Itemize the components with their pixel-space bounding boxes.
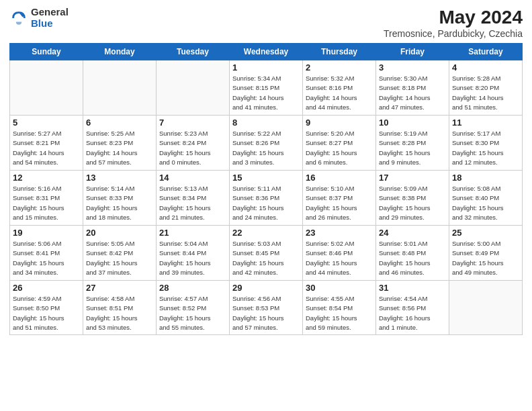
col-saturday: Saturday [449,44,523,60]
table-row: 23Sunrise: 5:02 AMSunset: 8:46 PMDayligh… [303,226,376,281]
table-row: 2Sunrise: 5:32 AMSunset: 8:16 PMDaylight… [303,60,376,116]
table-row: 9Sunrise: 5:20 AMSunset: 8:27 PMDaylight… [303,116,376,171]
logo-icon [9,9,28,28]
day-number: 6 [86,118,153,128]
table-row: 20Sunrise: 5:05 AMSunset: 8:42 PMDayligh… [83,226,157,281]
day-info: Sunrise: 5:04 AMSunset: 8:44 PMDaylight:… [159,239,226,277]
col-sunday: Sunday [10,44,83,60]
table-row: 27Sunrise: 4:58 AMSunset: 8:51 PMDayligh… [83,281,157,335]
table-row: 1Sunrise: 5:34 AMSunset: 8:15 PMDaylight… [230,60,303,116]
table-row [449,281,523,335]
main-title: May 2024 [384,7,523,28]
calendar: Sunday Monday Tuesday Wednesday Thursday… [9,43,523,335]
day-number: 15 [232,173,300,183]
col-tuesday: Tuesday [157,44,230,60]
table-row: 13Sunrise: 5:14 AMSunset: 8:33 PMDayligh… [83,171,157,226]
day-number: 28 [159,283,226,293]
table-row: 29Sunrise: 4:56 AMSunset: 8:53 PMDayligh… [230,281,303,335]
day-info: Sunrise: 5:09 AMSunset: 8:38 PMDaylight:… [379,184,446,222]
day-number: 9 [306,118,373,128]
day-number: 29 [232,283,300,293]
day-number: 26 [13,283,80,293]
day-number: 8 [232,118,300,128]
title-block: May 2024 Tremosnice, Pardubicky, Czechia [384,7,523,39]
table-row: 22Sunrise: 5:03 AMSunset: 8:45 PMDayligh… [230,226,303,281]
table-row: 19Sunrise: 5:06 AMSunset: 8:41 PMDayligh… [10,226,83,281]
day-number: 4 [452,62,519,73]
day-info: Sunrise: 5:27 AMSunset: 8:21 PMDaylight:… [13,129,80,167]
day-number: 3 [379,62,446,73]
day-info: Sunrise: 5:14 AMSunset: 8:33 PMDaylight:… [86,184,153,222]
col-thursday: Thursday [303,44,376,60]
day-number: 5 [13,118,80,128]
day-number: 30 [306,283,373,293]
table-row: 11Sunrise: 5:17 AMSunset: 8:30 PMDayligh… [449,116,523,171]
day-info: Sunrise: 4:58 AMSunset: 8:51 PMDaylight:… [86,294,153,332]
day-info: Sunrise: 5:02 AMSunset: 8:46 PMDaylight:… [306,239,373,277]
day-info: Sunrise: 5:34 AMSunset: 8:15 PMDaylight:… [232,74,300,112]
table-row: 18Sunrise: 5:08 AMSunset: 8:40 PMDayligh… [449,171,523,226]
day-info: Sunrise: 5:30 AMSunset: 8:18 PMDaylight:… [379,74,446,112]
day-number: 1 [232,62,300,73]
day-info: Sunrise: 4:54 AMSunset: 8:56 PMDaylight:… [379,294,446,332]
table-row: 25Sunrise: 5:00 AMSunset: 8:49 PMDayligh… [449,226,523,281]
day-number: 13 [86,173,153,183]
logo-general-text: General [31,7,69,18]
table-row [83,60,157,116]
table-row: 31Sunrise: 4:54 AMSunset: 8:56 PMDayligh… [376,281,449,335]
logo: General Blue [9,7,69,29]
day-info: Sunrise: 5:32 AMSunset: 8:16 PMDaylight:… [306,74,373,112]
table-row: 17Sunrise: 5:09 AMSunset: 8:38 PMDayligh… [376,171,449,226]
day-number: 22 [232,228,300,238]
day-info: Sunrise: 5:06 AMSunset: 8:41 PMDaylight:… [13,239,80,277]
day-info: Sunrise: 5:05 AMSunset: 8:42 PMDaylight:… [86,239,153,277]
day-number: 27 [86,283,153,293]
table-row: 14Sunrise: 5:13 AMSunset: 8:34 PMDayligh… [157,171,230,226]
day-info: Sunrise: 5:01 AMSunset: 8:48 PMDaylight:… [379,239,446,277]
day-number: 7 [159,118,226,128]
subtitle: Tremosnice, Pardubicky, Czechia [384,28,523,39]
day-info: Sunrise: 4:59 AMSunset: 8:50 PMDaylight:… [13,294,80,332]
day-number: 2 [306,62,373,73]
day-number: 11 [452,118,519,128]
day-number: 21 [159,228,226,238]
days-of-week-row: Sunday Monday Tuesday Wednesday Thursday… [10,44,523,60]
table-row: 8Sunrise: 5:22 AMSunset: 8:26 PMDaylight… [230,116,303,171]
table-row: 30Sunrise: 4:55 AMSunset: 8:54 PMDayligh… [303,281,376,335]
day-info: Sunrise: 5:19 AMSunset: 8:28 PMDaylight:… [379,129,446,167]
day-info: Sunrise: 4:55 AMSunset: 8:54 PMDaylight:… [306,294,373,332]
calendar-body: 1Sunrise: 5:34 AMSunset: 8:15 PMDaylight… [10,60,523,335]
day-number: 10 [379,118,446,128]
table-row: 28Sunrise: 4:57 AMSunset: 8:52 PMDayligh… [157,281,230,335]
day-info: Sunrise: 4:57 AMSunset: 8:52 PMDaylight:… [159,294,226,332]
day-info: Sunrise: 5:17 AMSunset: 8:30 PMDaylight:… [452,129,519,167]
day-info: Sunrise: 5:03 AMSunset: 8:45 PMDaylight:… [232,239,300,277]
table-row: 4Sunrise: 5:28 AMSunset: 8:20 PMDaylight… [449,60,523,116]
day-info: Sunrise: 5:08 AMSunset: 8:40 PMDaylight:… [452,184,519,222]
day-info: Sunrise: 5:13 AMSunset: 8:34 PMDaylight:… [159,184,226,222]
table-row: 26Sunrise: 4:59 AMSunset: 8:50 PMDayligh… [10,281,83,335]
day-info: Sunrise: 5:11 AMSunset: 8:36 PMDaylight:… [232,184,300,222]
day-info: Sunrise: 5:25 AMSunset: 8:23 PMDaylight:… [86,129,153,167]
col-monday: Monday [83,44,157,60]
day-number: 12 [13,173,80,183]
table-row: 3Sunrise: 5:30 AMSunset: 8:18 PMDaylight… [376,60,449,116]
day-info: Sunrise: 4:56 AMSunset: 8:53 PMDaylight:… [232,294,300,332]
table-row: 21Sunrise: 5:04 AMSunset: 8:44 PMDayligh… [157,226,230,281]
day-number: 17 [379,173,446,183]
table-row [10,60,83,116]
calendar-header: Sunday Monday Tuesday Wednesday Thursday… [10,44,523,60]
day-number: 19 [13,228,80,238]
col-wednesday: Wednesday [230,44,303,60]
table-row: 5Sunrise: 5:27 AMSunset: 8:21 PMDaylight… [10,116,83,171]
day-info: Sunrise: 5:10 AMSunset: 8:37 PMDaylight:… [306,184,373,222]
table-row: 24Sunrise: 5:01 AMSunset: 8:48 PMDayligh… [376,226,449,281]
day-number: 20 [86,228,153,238]
day-number: 24 [379,228,446,238]
day-info: Sunrise: 5:20 AMSunset: 8:27 PMDaylight:… [306,129,373,167]
day-number: 14 [159,173,226,183]
table-row: 12Sunrise: 5:16 AMSunset: 8:31 PMDayligh… [10,171,83,226]
day-number: 16 [306,173,373,183]
logo-blue-text: Blue [31,18,69,30]
table-row: 10Sunrise: 5:19 AMSunset: 8:28 PMDayligh… [376,116,449,171]
